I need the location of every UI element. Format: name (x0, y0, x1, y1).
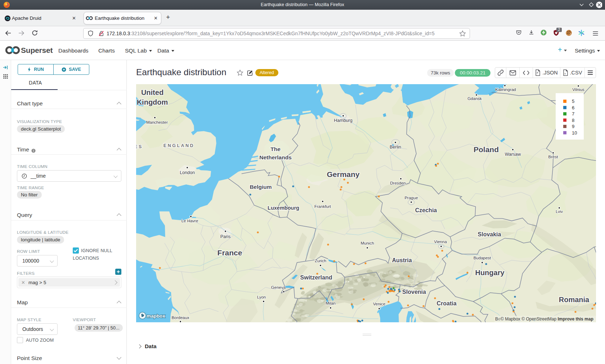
svg-text:Dresden: Dresden (390, 181, 405, 185)
svg-text:Berlin: Berlin (390, 145, 401, 150)
svg-text:Lyon: Lyon (257, 295, 266, 299)
svg-text:5: 5 (572, 99, 574, 104)
svg-text:Paris: Paris (220, 234, 230, 239)
svg-text:9: 9 (572, 124, 574, 129)
svg-text:Luxembourg: Luxembourg (268, 205, 299, 211)
svg-text:Budapest: Budapest (474, 256, 491, 260)
svg-text:Be: Be (495, 317, 501, 322)
svg-text:Prague: Prague (404, 196, 418, 200)
svg-text:8: 8 (572, 118, 574, 123)
svg-text:Kaliningrad: Kaliningrad (495, 87, 516, 92)
svg-text:Lviv: Lviv (556, 209, 563, 214)
svg-text:Czechia: Czechia (415, 207, 437, 213)
svg-text:Zurich: Zurich (315, 259, 326, 263)
svg-text:ES: ES (136, 144, 143, 149)
svg-text:Venice: Venice (373, 302, 386, 306)
svg-text:Bordeaux: Bordeaux (171, 315, 189, 320)
svg-text:Geneva: Geneva (271, 285, 286, 290)
svg-text:Germany: Germany (327, 170, 359, 178)
svg-text:Slovakia: Slovakia (478, 231, 501, 237)
svg-text:6: 6 (572, 105, 574, 110)
svg-text:London: London (180, 170, 195, 175)
svg-text:United: United (141, 88, 163, 96)
svg-text:x: x (564, 72, 566, 75)
svg-text:Slovenia: Slovenia (402, 289, 426, 295)
svg-text:Romania: Romania (559, 296, 590, 304)
svg-text:mapbox: mapbox (147, 313, 165, 319)
svg-text:Hungary: Hungary (475, 269, 505, 277)
svg-text:Gdansk: Gdansk (467, 96, 482, 101)
svg-text:Vienna: Vienna (434, 240, 447, 244)
svg-text:The: The (270, 146, 281, 152)
svg-text:Belgium: Belgium (250, 184, 272, 190)
svg-text:Kingdom: Kingdom (137, 98, 168, 106)
svg-text:Austria: Austria (392, 257, 412, 263)
svg-text:Vilnius: Vilnius (572, 87, 584, 92)
svg-text:Netherlands: Netherlands (259, 154, 292, 160)
svg-text:Hamburg: Hamburg (334, 118, 352, 123)
svg-text:Warsaw: Warsaw (505, 152, 521, 157)
svg-text:ENGLAND: ENGLAND (163, 143, 194, 148)
svg-text:Munich: Munich (360, 241, 374, 245)
svg-text:Poland: Poland (474, 145, 499, 154)
svg-text:Manchester: Manchester (146, 120, 168, 124)
svg-text:7: 7 (572, 111, 574, 117)
svg-text:France: France (218, 249, 242, 257)
svg-text:Frankfurt: Frankfurt (314, 204, 331, 209)
svg-text:Milan: Milan (326, 301, 335, 305)
svg-text:Croatia: Croatia (436, 300, 456, 306)
svg-text:Switzerland: Switzerland (300, 274, 332, 281)
svg-text:Le Havre: Le Havre (182, 219, 198, 223)
svg-text:Brest: Brest (548, 155, 559, 159)
svg-text:© Mapbox © OpenStreetMap Impro: © Mapbox © OpenStreetMap Improve this ma… (501, 317, 593, 322)
svg-text:10: 10 (572, 130, 577, 136)
